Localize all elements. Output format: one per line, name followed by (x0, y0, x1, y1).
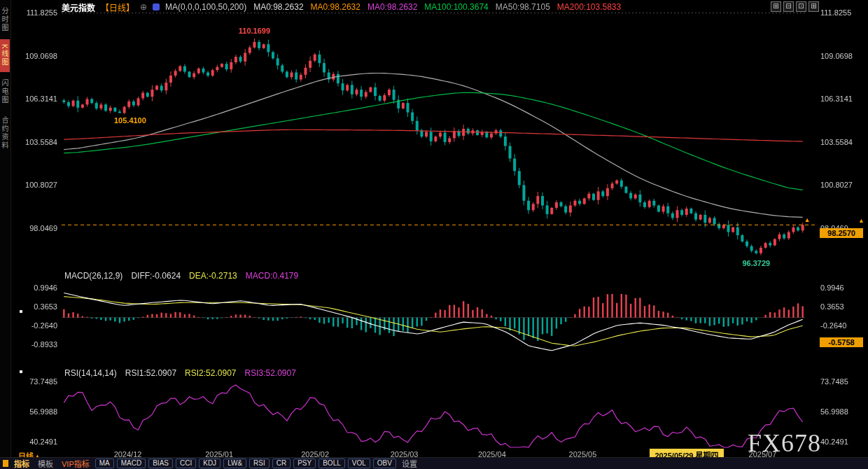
ma-value-label: MA0:98.2632 (311, 2, 360, 12)
rsi-params-label: RSI(14,14,14) (64, 368, 117, 378)
window-layout-icon-3[interactable]: ⊡ (796, 1, 806, 12)
ma-value-label: MA100:100.3674 (424, 2, 488, 12)
window-layout-icon-4[interactable]: ⊞ (808, 1, 819, 12)
toolbar-item[interactable]: CCI (176, 458, 196, 468)
toolbar-item[interactable]: 模板 (35, 458, 56, 469)
toolbar-item[interactable]: BIAS (148, 458, 173, 468)
toolbar-item[interactable]: LW& (223, 458, 246, 468)
indicator-flag-icon (153, 4, 160, 10)
toolbar-item[interactable]: CR (272, 458, 290, 468)
ma-value-label: MA0:98.2632 (368, 2, 417, 12)
sidebar-tab[interactable]: 分时图 (0, 2, 10, 37)
sidebar-tab[interactable]: 闪电图 (0, 74, 10, 109)
last-price-badge: 98.2570 (820, 228, 863, 238)
macd-value-badge: -0.5758 (820, 337, 863, 347)
ma-value-label: MA0:98.2632 (253, 2, 303, 12)
chart-header: 美元指数 【日线】 ⊕ MA(0,0,0,100,50,200)MA0:98.2… (62, 1, 621, 13)
window-layout-icon-2[interactable]: ⊟ (783, 1, 794, 12)
rsi2-value-label: RSI2:52.0907 (185, 368, 236, 378)
chart-canvas[interactable] (0, 0, 868, 469)
add-indicator-icon[interactable]: ⊕ (140, 2, 147, 12)
toolbar-item[interactable]: BOLL (318, 458, 345, 468)
toolbar-item[interactable]: MACD (117, 458, 146, 468)
ma-value-label: MA50:98.7105 (496, 2, 550, 12)
window-layout-icons: ⊞⊟⊡⊞ (771, 1, 819, 12)
ma-value-label: MA(0,0,0,100,50,200) (165, 2, 246, 12)
rsi1-value-label: RSI1:52.0907 (125, 368, 176, 378)
period-tag: 【日线】 (101, 1, 134, 13)
toolbar-item[interactable]: OBV (373, 458, 396, 468)
toolbar-item[interactable]: VOL (348, 458, 370, 468)
left-sidebar: 分时图K线图闪电图合约资料 (0, 0, 11, 469)
rsi-title-row: RSI(14,14,14) RSI1:52.0907 RSI2:52.0907 … (64, 368, 296, 378)
toolbar-item[interactable]: VIP指标 (59, 458, 92, 469)
bottom-toolbar: 指标模板VIP指标MAMACDBIASCCIKDJLW&RSICRPSYBOLL… (0, 457, 868, 469)
toolbar-item[interactable]: 设置 (399, 458, 420, 469)
macd-diff-label: DIFF:-0.0624 (131, 271, 181, 281)
toolbar-item[interactable]: KDJ (199, 458, 220, 468)
symbol-title: 美元指数 (62, 1, 95, 13)
macd-title-row: MACD(26,12,9) DIFF:-0.0624 DEA:-0.2713 M… (64, 271, 298, 281)
ma-value-label: MA200:103.5833 (557, 2, 621, 12)
toolbar-item[interactable]: 指标 (11, 458, 32, 469)
macd-value-label: MACD:0.4179 (246, 271, 298, 281)
toolbar-accent-marker (3, 460, 8, 467)
macd-params-label: MACD(26,12,9) (64, 271, 122, 281)
toolbar-item[interactable]: MA (95, 458, 114, 468)
macd-dea-label: DEA:-0.2713 (189, 271, 237, 281)
window-layout-icon-1[interactable]: ⊞ (771, 1, 781, 12)
toolbar-item[interactable]: PSY (293, 458, 316, 468)
watermark: FX678 (748, 428, 821, 458)
rsi3-value-label: RSI3:52.0907 (245, 368, 296, 378)
app-window: 分时图K线图闪电图合约资料 美元指数 【日线】 ⊕ MA(0,0,0,100,5… (0, 0, 868, 469)
sidebar-tab[interactable]: K线图 (0, 39, 10, 72)
ma-values-readout: MA(0,0,0,100,50,200)MA0:98.2632MA0:98.26… (165, 2, 621, 12)
toolbar-item[interactable]: RSI (249, 458, 270, 468)
sidebar-tab[interactable]: 合约资料 (0, 111, 10, 155)
